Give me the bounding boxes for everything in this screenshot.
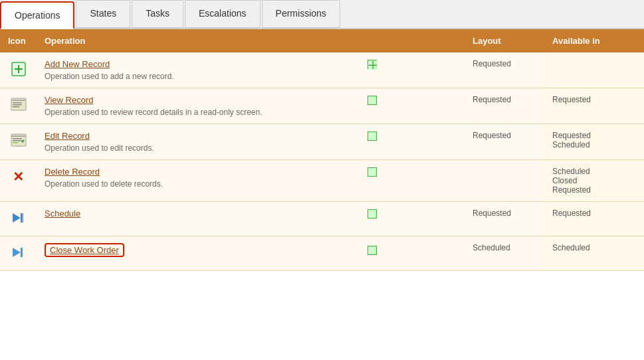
col-header-available-in: Available in <box>544 29 644 52</box>
add-new-record-check-icon <box>368 60 377 69</box>
available-item: Requested <box>552 95 591 104</box>
view-icon <box>11 103 27 113</box>
icon-cell-delete: ✕ <box>0 160 37 202</box>
edit-icon <box>11 139 27 149</box>
schedule-arrow-icon <box>11 217 26 226</box>
available-cell: Requested Scheduled <box>544 124 644 160</box>
operation-cell: Edit Record Operation used to edit recor… <box>37 124 465 160</box>
add-icon <box>11 68 26 78</box>
svg-rect-14 <box>13 140 22 141</box>
operation-cell: Schedule <box>37 202 465 236</box>
add-new-record-link[interactable]: Add New Record <box>45 59 110 69</box>
col-header-layout: Layout <box>465 29 544 52</box>
available-item: Requested <box>552 185 636 195</box>
operations-table: Icon Operation Layout Available in <box>0 29 644 271</box>
add-new-record-desc: Operation used to add a new record. <box>45 72 457 81</box>
svg-rect-9 <box>13 104 22 106</box>
operation-cell: Add New Record Operation used to add a n… <box>37 52 465 88</box>
available-item: Requested <box>552 131 636 140</box>
table-row: ✕ Delete Record Operation used to delete… <box>0 160 644 202</box>
table-row: Add New Record Operation used to add a n… <box>0 52 644 88</box>
svg-rect-21 <box>21 248 23 257</box>
edit-record-link[interactable]: Edit Record <box>45 131 90 141</box>
icon-cell-close-work-order <box>0 236 37 271</box>
col-header-operation: Operation <box>37 29 465 52</box>
layout-cell <box>465 160 544 202</box>
svg-marker-17 <box>13 213 21 223</box>
table-row: Edit Record Operation used to edit recor… <box>0 124 644 160</box>
operations-table-container: Icon Operation Layout Available in <box>0 29 644 271</box>
table-row-highlighted: Close Work Order Scheduled Scheduled <box>0 236 644 271</box>
close-work-order-check-icon <box>368 246 377 255</box>
close-work-order-link[interactable]: Close Work Order <box>50 245 119 255</box>
close-work-order-arrow-icon <box>11 251 26 261</box>
layout-cell: Requested <box>465 202 544 236</box>
layout-cell: Requested <box>465 88 544 124</box>
delete-record-check-icon <box>368 167 377 177</box>
svg-rect-18 <box>21 213 23 223</box>
edit-record-check-icon <box>368 132 377 141</box>
view-record-check-icon <box>368 96 377 105</box>
available-cell: Requested <box>544 202 644 236</box>
operation-cell: View Record Operation used to review rec… <box>37 88 465 124</box>
svg-rect-15 <box>13 142 18 143</box>
layout-cell: Scheduled <box>465 236 544 271</box>
tab-escalations[interactable]: Escalations <box>185 0 261 28</box>
available-item: Closed <box>552 176 636 185</box>
operation-cell: Close Work Order <box>37 236 465 271</box>
layout-cell: Requested <box>465 52 544 88</box>
delete-record-desc: Operation used to delete records. <box>45 179 457 189</box>
available-cell: Scheduled <box>544 236 644 271</box>
icon-cell-schedule <box>0 202 37 236</box>
svg-rect-7 <box>12 100 25 101</box>
svg-rect-8 <box>13 102 22 104</box>
operation-cell: Delete Record Operation used to delete r… <box>37 160 465 202</box>
icon-cell-add <box>0 52 37 88</box>
layout-cell: Requested <box>465 124 544 160</box>
view-record-link[interactable]: View Record <box>45 95 93 105</box>
edit-record-desc: Operation used to edit records. <box>45 143 457 153</box>
tab-operations[interactable]: Operations <box>0 1 74 29</box>
delete-record-link[interactable]: Delete Record <box>45 167 100 177</box>
svg-rect-13 <box>13 138 22 139</box>
svg-marker-20 <box>13 248 21 257</box>
available-cell <box>544 52 644 88</box>
svg-rect-5 <box>373 61 374 69</box>
schedule-link[interactable]: Schedule <box>45 209 80 219</box>
icon-cell-edit <box>0 124 37 160</box>
table-row: Schedule Requested Requested <box>0 202 644 236</box>
available-cell: Requested <box>544 88 644 124</box>
tab-permissions[interactable]: Permissions <box>262 0 340 28</box>
col-header-icon: Icon <box>0 29 37 52</box>
table-row: View Record Operation used to review rec… <box>0 88 644 124</box>
svg-rect-19 <box>23 213 24 223</box>
available-item: Requested <box>552 209 591 218</box>
svg-rect-12 <box>12 135 25 137</box>
delete-icon: ✕ <box>11 169 26 184</box>
svg-rect-10 <box>13 106 19 108</box>
available-item: Scheduled <box>552 140 636 149</box>
svg-rect-2 <box>15 68 23 70</box>
tab-tasks[interactable]: Tasks <box>132 0 183 28</box>
tab-bar: Operations States Tasks Escalations Perm… <box>0 0 644 29</box>
icon-cell-view <box>0 88 37 124</box>
schedule-check-icon <box>368 209 377 219</box>
available-cell: Scheduled Closed Requested <box>544 160 644 202</box>
view-record-desc: Operation used to review record details … <box>45 108 457 117</box>
available-item: Scheduled <box>552 167 636 176</box>
tab-states[interactable]: States <box>76 0 130 28</box>
available-item: Scheduled <box>552 243 590 252</box>
